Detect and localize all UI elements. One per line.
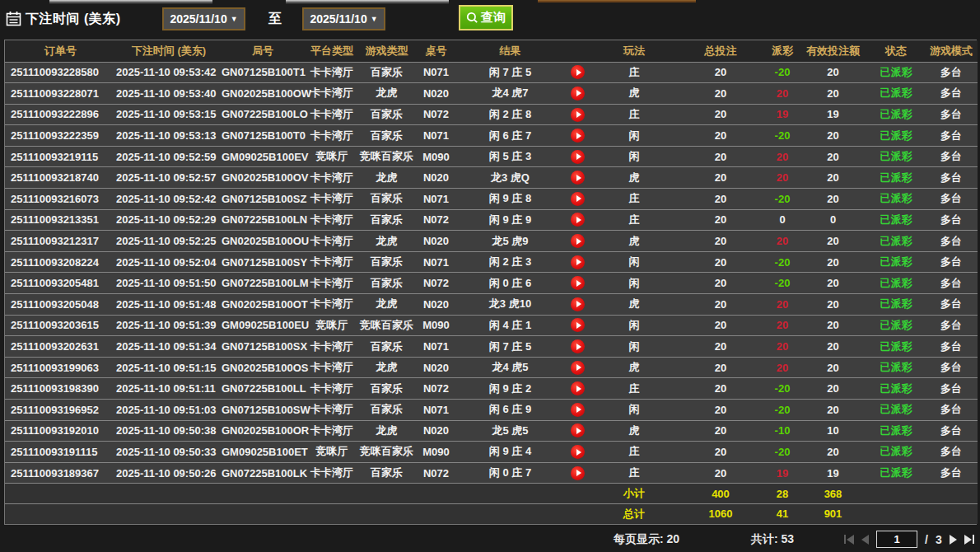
play-method-cell: 闲 bbox=[593, 315, 675, 336]
column-header-8: 玩法 bbox=[593, 40, 675, 62]
chevron-down-icon: ▼ bbox=[231, 15, 238, 23]
page-number-input[interactable] bbox=[876, 531, 917, 548]
play-video-icon[interactable] bbox=[571, 361, 585, 375]
total-bet-cell: 20 bbox=[675, 400, 766, 421]
column-header-4: 游戏类型 bbox=[360, 40, 413, 62]
total-bet-cell: 20 bbox=[675, 420, 766, 442]
status-cell: 已派彩 bbox=[867, 209, 925, 231]
play-video-icon[interactable] bbox=[571, 129, 585, 143]
status-cell: 已派彩 bbox=[867, 125, 925, 147]
bet-time-cell: 2025-11-10 09:53:42 bbox=[116, 62, 222, 83]
platform-cell: 卡卡湾厅 bbox=[304, 357, 360, 378]
play-method-cell: 闲 bbox=[593, 125, 675, 147]
result-video-cell bbox=[562, 62, 593, 83]
play-video-icon[interactable] bbox=[571, 171, 585, 185]
status-cell: 已派彩 bbox=[867, 231, 925, 252]
next-page-icon[interactable] bbox=[950, 535, 957, 545]
column-header-7 bbox=[562, 40, 593, 62]
play-video-icon[interactable] bbox=[571, 108, 585, 122]
play-video-icon[interactable] bbox=[571, 87, 585, 101]
date-to-select[interactable]: 2025/11/10 ▼ bbox=[302, 7, 385, 30]
table-row: 2511100932160732025-11-10 09:52:42GN0712… bbox=[5, 189, 978, 210]
table-row: 2511100932187402025-11-10 09:52:57GN0202… bbox=[5, 167, 978, 189]
table-row: 2511100931983902025-11-10 09:51:11GN0722… bbox=[5, 378, 978, 400]
play-video-icon[interactable] bbox=[571, 192, 585, 206]
bet-time-cell: 2025-11-10 09:53:40 bbox=[116, 83, 222, 105]
table-no-cell: N071 bbox=[413, 189, 459, 210]
payout-cell: -20 bbox=[766, 400, 799, 421]
mode-cell: 多台 bbox=[925, 400, 978, 421]
valid-bet-cell: 20 bbox=[799, 273, 867, 294]
column-header-0: 订单号 bbox=[5, 40, 116, 62]
date-from-select[interactable]: 2025/11/10 ▼ bbox=[162, 7, 245, 30]
previous-page-icon[interactable] bbox=[861, 535, 869, 545]
result-video-cell bbox=[562, 167, 593, 189]
play-method-cell: 虎 bbox=[593, 420, 675, 442]
valid-bet-cell: 20 bbox=[799, 336, 867, 358]
play-video-icon[interactable] bbox=[571, 445, 585, 459]
game-type-cell: 龙虎 bbox=[360, 294, 413, 316]
subtotal-row-spacer bbox=[5, 484, 116, 504]
valid-bet-cell: 19 bbox=[799, 104, 867, 125]
play-video-icon[interactable] bbox=[571, 213, 585, 227]
result-video-cell bbox=[562, 294, 593, 316]
round-id-cell: GN07125B100SZ bbox=[222, 189, 304, 210]
play-video-icon[interactable] bbox=[571, 403, 585, 417]
table-no-cell: M090 bbox=[413, 315, 459, 336]
round-id-cell: GM09025B100ET bbox=[222, 442, 304, 463]
mode-cell: 多台 bbox=[925, 378, 978, 400]
table-no-cell: N072 bbox=[413, 209, 459, 231]
play-video-icon[interactable] bbox=[571, 297, 585, 311]
result-video-cell bbox=[562, 378, 593, 400]
bet-time-cell: 2025-11-10 09:50:26 bbox=[116, 462, 222, 484]
play-video-icon[interactable] bbox=[571, 65, 585, 79]
table-row: 2511100931969522025-11-10 09:51:03GN0712… bbox=[5, 400, 978, 421]
valid-bet-cell: 20 bbox=[799, 62, 867, 83]
last-page-button[interactable] bbox=[964, 535, 974, 545]
payout-cell: 20 bbox=[766, 231, 799, 252]
table-no-cell: N072 bbox=[413, 273, 459, 294]
play-video-icon[interactable] bbox=[571, 255, 585, 269]
grand-total-row-value: 901 bbox=[799, 503, 867, 524]
play-video-icon[interactable] bbox=[571, 234, 585, 248]
table-no-cell: N020 bbox=[413, 294, 459, 316]
play-method-cell: 庄 bbox=[593, 442, 675, 463]
total-bet-cell: 20 bbox=[675, 125, 766, 147]
status-cell: 已派彩 bbox=[867, 378, 925, 400]
table-no-cell: N071 bbox=[413, 336, 459, 358]
order-id-cell: 251110093213351 bbox=[5, 209, 116, 231]
order-id-cell: 251110093216073 bbox=[5, 189, 116, 210]
play-video-icon[interactable] bbox=[571, 318, 585, 332]
payout-cell: -20 bbox=[766, 189, 799, 210]
status-cell: 已派彩 bbox=[867, 273, 925, 294]
play-video-icon[interactable] bbox=[571, 466, 585, 480]
status-cell: 已派彩 bbox=[867, 104, 925, 125]
mode-cell: 多台 bbox=[925, 231, 978, 252]
play-video-icon[interactable] bbox=[571, 381, 585, 395]
play-method-cell: 庄 bbox=[593, 209, 675, 231]
play-video-icon[interactable] bbox=[571, 339, 585, 353]
payout-cell: -20 bbox=[766, 251, 799, 273]
play-video-icon[interactable] bbox=[571, 423, 585, 437]
platform-cell: 竞咪厅 bbox=[304, 146, 360, 167]
game-type-cell: 百家乐 bbox=[360, 273, 413, 294]
bet-time-filter-label: 下注时间 (美东) bbox=[26, 11, 121, 28]
round-id-cell: GN02025B100OR bbox=[222, 420, 304, 442]
game-type-cell: 百家乐 bbox=[360, 125, 413, 147]
result-cell: 龙4 虎5 bbox=[459, 357, 562, 378]
valid-bet-cell: 20 bbox=[799, 167, 867, 189]
game-type-cell: 龙虎 bbox=[360, 83, 413, 105]
platform-cell: 卡卡湾厅 bbox=[304, 167, 360, 189]
query-button[interactable]: 查询 bbox=[459, 5, 513, 30]
column-header-5: 桌号 bbox=[413, 40, 459, 62]
column-header-1: 下注时间 (美东) bbox=[116, 40, 222, 62]
play-video-icon[interactable] bbox=[571, 276, 585, 290]
bet-time-cell: 2025-11-10 09:51:39 bbox=[116, 315, 222, 336]
play-video-icon[interactable] bbox=[571, 150, 585, 164]
first-page-button[interactable] bbox=[844, 535, 854, 545]
game-type-cell: 龙虎 bbox=[360, 420, 413, 442]
total-bet-cell: 20 bbox=[675, 294, 766, 316]
table-row: 2511100932223592025-11-10 09:53:13GN0712… bbox=[5, 125, 978, 147]
platform-cell: 卡卡湾厅 bbox=[304, 189, 360, 210]
table-row: 2511100932054812025-11-10 09:51:50GN0722… bbox=[5, 273, 978, 294]
